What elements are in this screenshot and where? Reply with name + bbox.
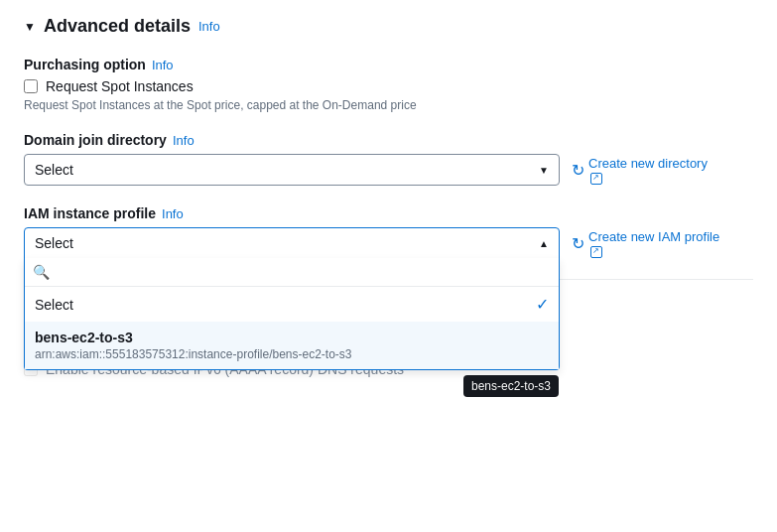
iam-profile-select-wrapper: Select ▲ 🔍 Select ✓ bens-ec2-to — [24, 227, 560, 259]
iam-profile-option-select[interactable]: Select ✓ — [25, 287, 559, 322]
iam-profile-search-row: 🔍 — [25, 258, 559, 287]
iam-profile-arrow-icon: ▲ — [539, 238, 549, 249]
iam-profile-create-link-text: Create new IAM profile — [588, 229, 719, 246]
domain-join-actions: ↻ Create new directory — [572, 154, 708, 185]
section-header: ▼ Advanced details Info — [24, 16, 753, 37]
domain-join-create-link[interactable]: Create new directory — [588, 156, 708, 185]
iam-profile-option-bens-name: bens-ec2-to-s3 — [35, 330, 549, 345]
iam-profile-label-row: IAM instance profile Info — [24, 205, 753, 221]
collapse-triangle-icon[interactable]: ▼ — [24, 20, 36, 34]
spot-instances-checkbox-row: Request Spot Instances — [24, 78, 753, 94]
domain-join-select[interactable]: Select ▼ — [24, 154, 560, 186]
purchasing-option-label: Purchasing option — [24, 57, 146, 72]
iam-profile-info-link[interactable]: Info — [162, 206, 184, 221]
iam-profile-select-value: Select — [35, 235, 73, 251]
search-icon: 🔍 — [33, 264, 50, 280]
page-container: ▼ Advanced details Info Purchasing optio… — [0, 0, 777, 399]
iam-profile-external-icon — [590, 246, 602, 258]
purchasing-option-info-link[interactable]: Info — [152, 58, 174, 72]
iam-profile-option-bens-arn: arn:aws:iam::555183575312:instance-profi… — [35, 347, 549, 361]
domain-join-label-row: Domain join directory Info — [24, 132, 753, 148]
domain-join-label: Domain join directory — [24, 132, 167, 148]
iam-profile-select-row: Select ▲ 🔍 Select ✓ bens-ec2-to — [24, 227, 753, 259]
domain-join-external-icon — [590, 173, 602, 185]
domain-join-action-row: ↻ Create new directory — [572, 156, 708, 185]
domain-join-select-row: Select ▼ ↻ Create new directory — [24, 154, 753, 186]
spot-instances-checkbox[interactable] — [24, 79, 38, 93]
iam-profile-tooltip: bens-ec2-to-s3 — [463, 375, 559, 397]
iam-profile-refresh-icon[interactable]: ↻ — [572, 234, 584, 253]
iam-profile-select[interactable]: Select ▲ — [24, 227, 560, 259]
purchasing-option-label-row: Purchasing option Info — [24, 57, 753, 72]
iam-profile-label: IAM instance profile — [24, 205, 156, 221]
spot-instances-hint: Request Spot Instances at the Spot price… — [24, 98, 753, 112]
section-title: Advanced details — [44, 16, 191, 37]
domain-join-info-link[interactable]: Info — [173, 133, 194, 148]
iam-profile-create-link[interactable]: Create new IAM profile — [588, 229, 719, 258]
iam-profile-option-select-label: Select — [35, 297, 73, 313]
check-icon: ✓ — [536, 295, 549, 314]
iam-profile-action-row: ↻ Create new IAM profile — [572, 229, 719, 258]
section-info-link[interactable]: Info — [198, 19, 220, 34]
domain-join-create-link-text: Create new directory — [588, 156, 708, 173]
iam-profile-group: IAM instance profile Info Select ▲ 🔍 Sel… — [24, 205, 753, 259]
domain-join-group: Domain join directory Info Select ▼ ↻ Cr… — [24, 132, 753, 186]
iam-profile-option-bens[interactable]: bens-ec2-to-s3 arn:aws:iam::555183575312… — [25, 322, 559, 369]
domain-join-arrow-icon: ▼ — [539, 165, 549, 176]
purchasing-option-group: Purchasing option Info Request Spot Inst… — [24, 57, 753, 112]
domain-join-select-value: Select — [35, 162, 73, 178]
iam-profile-actions: ↻ Create new IAM profile — [572, 227, 719, 258]
domain-join-refresh-icon[interactable]: ↻ — [572, 161, 584, 180]
iam-profile-search-input[interactable] — [56, 264, 551, 280]
spot-instances-label: Request Spot Instances — [46, 78, 194, 94]
domain-join-select-wrapper: Select ▼ — [24, 154, 560, 186]
iam-profile-dropdown: 🔍 Select ✓ bens-ec2-to-s3 arn:aws:iam::5… — [24, 258, 560, 370]
